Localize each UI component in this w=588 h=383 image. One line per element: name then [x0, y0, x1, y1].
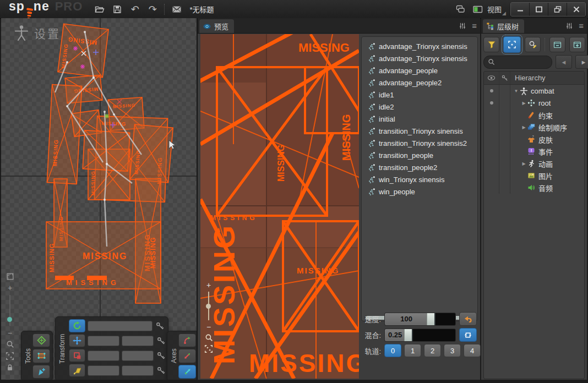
zoom-slider[interactable]	[9, 295, 10, 326]
filter-funnel-button[interactable]	[483, 37, 499, 52]
tree-row-event[interactable]: !事件	[484, 145, 584, 157]
minimize-button[interactable]	[511, 3, 529, 16]
mix-slider-handle[interactable]	[404, 329, 413, 341]
shear-tool-button[interactable]	[69, 364, 85, 377]
tree-row-images[interactable]: 图片	[484, 169, 584, 182]
animation-list-item[interactable]: transition_people2	[362, 161, 477, 173]
track-button-4[interactable]: 4	[464, 344, 481, 357]
preview-tab[interactable]: 预览	[199, 19, 234, 33]
expander-icon[interactable]: ▼	[513, 89, 520, 94]
search-box[interactable]	[483, 56, 552, 69]
animation-list-item[interactable]: win_Trionyx sinensis	[362, 173, 477, 185]
pages-icon[interactable]	[453, 2, 467, 17]
speed-slider[interactable]: 100	[384, 313, 456, 326]
scale-key-icon[interactable]	[156, 351, 166, 360]
ruler-icon[interactable]	[6, 272, 14, 281]
magnifier-icon[interactable]	[205, 333, 213, 342]
axes-world-button[interactable]	[178, 365, 196, 379]
track-button-2[interactable]: 2	[424, 344, 441, 357]
visibility-cell[interactable]	[484, 157, 499, 169]
magnifier-icon[interactable]	[6, 340, 14, 348]
animation-list-item[interactable]: transition_people	[362, 149, 477, 161]
zoom-in-icon[interactable]: +	[206, 281, 211, 289]
visibility-cell[interactable]	[484, 182, 499, 194]
translate-slider-a[interactable]	[88, 336, 119, 346]
tree-row-draw-order[interactable]: ▶绘制顺序	[484, 121, 584, 133]
translate-slider-b[interactable]	[122, 336, 154, 346]
shear-key-icon[interactable]	[156, 365, 166, 375]
expander-icon[interactable]: ▶	[520, 125, 527, 130]
preview-canvas[interactable]: .pl{stroke:#ff5a07;fill:none}.pt{fill:#f…	[200, 34, 359, 379]
animation-list-item[interactable]: advantage_Trionyx sinensis	[362, 52, 477, 64]
undo-icon[interactable]: ↶	[128, 2, 142, 17]
export-envelope-icon[interactable]	[170, 2, 184, 17]
rotate-key-icon[interactable]	[155, 321, 165, 331]
filter-settings-icon[interactable]	[565, 22, 573, 30]
visibility-cell[interactable]	[484, 169, 499, 182]
visibility-cell[interactable]	[484, 121, 499, 133]
rotate-tool-button[interactable]	[69, 319, 85, 332]
scale-slider-a[interactable]	[88, 351, 119, 361]
translate-key-icon[interactable]	[156, 336, 166, 346]
expander-icon[interactable]: ▶	[520, 161, 527, 166]
track-button-3[interactable]: 3	[444, 344, 461, 357]
visibility-cell[interactable]	[484, 97, 499, 109]
animation-list-item[interactable]: initial	[362, 113, 477, 125]
panel-menu-icon[interactable]: ≡	[472, 21, 477, 30]
zoom-out-icon[interactable]: −	[8, 329, 12, 337]
animation-list[interactable]: advantage_Trionyx sinensisadvantage_Trio…	[361, 36, 478, 321]
track-button-1[interactable]: 1	[404, 344, 421, 357]
hierarchy-tab[interactable]: 层级树	[483, 19, 524, 33]
pose-tool-button[interactable]	[32, 333, 50, 347]
visibility-dot[interactable]	[490, 101, 493, 105]
zoom-in-icon[interactable]: +	[8, 284, 12, 292]
translate-tool-button[interactable]	[69, 334, 85, 347]
axes-local-button[interactable]	[178, 349, 196, 363]
redo-icon[interactable]: ↷	[145, 2, 160, 17]
tree-row-skeleton[interactable]: ▼combat	[484, 85, 584, 97]
focus-selected-button[interactable]	[503, 36, 521, 53]
speed-slider-handle[interactable]	[427, 313, 435, 325]
tree-row-audio[interactable]: 音频	[484, 182, 584, 194]
save-icon[interactable]	[110, 2, 124, 17]
shear-slider-b[interactable]	[122, 365, 154, 376]
tree-row-skin[interactable]: ?皮肤	[484, 133, 584, 145]
scale-slider-b[interactable]	[122, 351, 154, 361]
animation-list-item[interactable]: transition_Trionyx sinensis2	[362, 137, 477, 149]
setup-mode-flag[interactable]: 设置	[14, 25, 61, 41]
panel-menu-icon[interactable]: ≡	[579, 21, 584, 30]
view-layout-icon[interactable]	[471, 2, 485, 17]
tree-row-constraint[interactable]: 约束	[484, 109, 584, 121]
visibility-cell[interactable]	[484, 109, 499, 121]
zoom-slider-handle[interactable]	[7, 317, 12, 322]
animation-list-item[interactable]: advantage_people	[362, 64, 477, 76]
animation-list-item[interactable]: transition_Trionyx sinensis	[362, 125, 477, 137]
expander-icon[interactable]: ▶	[520, 101, 527, 106]
search-prev-button[interactable]: ◄	[556, 55, 572, 69]
tree-row-animation[interactable]: ▶动画	[484, 157, 584, 169]
setup-viewport[interactable]: .mb{fill:rgba(190,95,45,.38);stroke:#ff5…	[1, 18, 198, 380]
visibility-dot[interactable]	[490, 89, 493, 92]
fit-view-icon[interactable]	[6, 352, 14, 360]
collapse-all-button[interactable]	[549, 37, 565, 52]
maximize-button[interactable]	[529, 3, 548, 16]
visibility-column-eye-icon[interactable]	[484, 72, 499, 84]
lock-icon[interactable]	[6, 364, 14, 371]
filter-settings-icon[interactable]	[459, 22, 466, 30]
visibility-cell[interactable]	[484, 85, 499, 97]
search-edit-button[interactable]	[525, 37, 541, 52]
shear-slider-a[interactable]	[88, 365, 119, 376]
rotate-slider[interactable]	[88, 321, 153, 331]
expand-all-button[interactable]	[569, 37, 585, 52]
link-column-key-icon[interactable]	[499, 72, 510, 84]
fit-view-icon[interactable]	[204, 344, 213, 353]
close-button[interactable]	[567, 3, 585, 16]
view-menu[interactable]: 视图 ◢	[487, 4, 506, 14]
speed-reset-button[interactable]	[459, 312, 477, 326]
animation-list-item[interactable]: advantage_people2	[362, 76, 477, 89]
zoom-slider-handle[interactable]	[206, 304, 211, 309]
tree-row-root[interactable]: ▶root	[484, 97, 584, 109]
visibility-cell[interactable]	[484, 145, 499, 157]
animation-list-item[interactable]: idle2	[362, 101, 477, 113]
loop-button[interactable]	[459, 328, 477, 342]
